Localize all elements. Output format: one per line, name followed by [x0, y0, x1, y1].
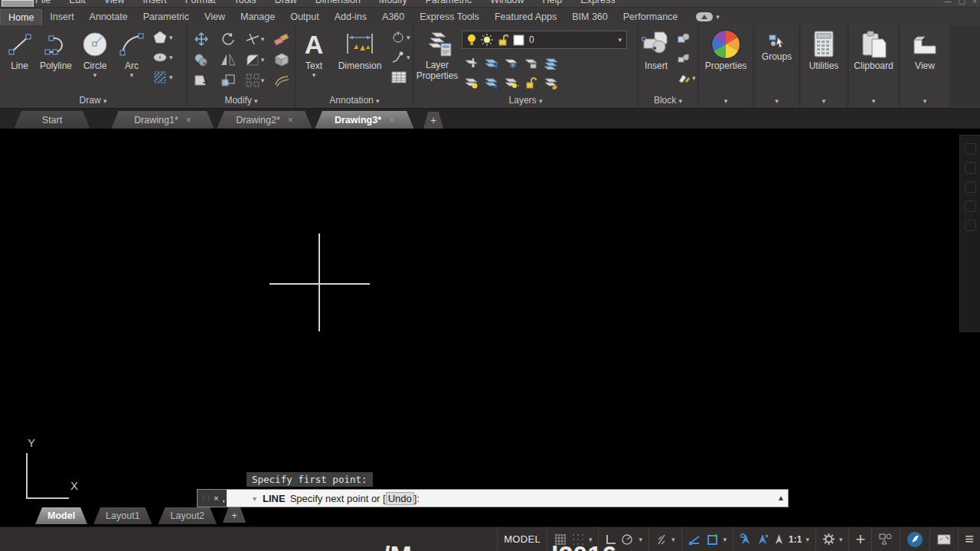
offset-button[interactable]	[273, 73, 290, 88]
recent-commands-icon[interactable]: ▾	[253, 494, 256, 503]
layer-select[interactable]: 0 ▾	[462, 31, 627, 49]
close-icon[interactable]: ×	[288, 115, 293, 126]
restore-icon[interactable]: ▢	[959, 0, 965, 5]
annotation-panel-label[interactable]: Annotation ▾	[296, 95, 413, 106]
menu-window[interactable]: Window	[490, 0, 524, 5]
quick-access-toolbar[interactable]	[2, 0, 34, 8]
customization-menu-button[interactable]: ≡	[958, 527, 980, 551]
chevron-down-icon[interactable]: ▾	[839, 536, 843, 543]
ribbon-tab-a360[interactable]: A360	[374, 9, 412, 24]
annotation-visibility-icon[interactable]	[740, 533, 753, 546]
polygon-button[interactable]: ▾	[152, 29, 173, 46]
ribbon-tab-parametric[interactable]: Parametric	[136, 9, 197, 24]
customization-plus-button[interactable]: +	[848, 527, 871, 551]
scale-button[interactable]	[220, 73, 237, 88]
menu-express[interactable]: Express	[580, 0, 615, 5]
expand-history-icon[interactable]: ▲	[777, 494, 785, 502]
ribbon-tab-manage[interactable]: Manage	[233, 9, 283, 24]
layer-lock-tool-icon[interactable]	[524, 56, 539, 70]
annotation-scale-value[interactable]: 1:1	[789, 534, 802, 545]
layer-isolate-tool-icon[interactable]	[544, 56, 559, 70]
ribbon-tab-annotate[interactable]: Annotate	[82, 9, 136, 24]
layer-thaw-all-tool-icon[interactable]	[504, 76, 519, 90]
new-layout-button[interactable]: +	[223, 507, 246, 523]
fillet-button[interactable]: ▾	[245, 52, 265, 67]
ribbon-tab-express-tools[interactable]: Express Tools	[412, 9, 487, 24]
utilities-button[interactable]: Utilities	[801, 28, 847, 71]
new-drawing-tab-button[interactable]: +	[423, 112, 443, 129]
ribbon-tab-bim360[interactable]: BIM 360	[564, 9, 616, 24]
layout-tab-layout2[interactable]: Layout2	[158, 507, 217, 524]
rotate-button[interactable]	[220, 31, 237, 47]
close-command-line-icon[interactable]: ×	[214, 494, 218, 503]
clipboard-button[interactable]: Clipboard	[849, 28, 898, 71]
minimize-icon[interactable]: —	[944, 0, 952, 5]
layer-unlock-tool-icon[interactable]	[524, 76, 539, 90]
navigation-bar[interactable]	[959, 135, 980, 332]
move-button[interactable]	[193, 31, 210, 47]
menu-draw[interactable]: Draw	[275, 0, 297, 5]
autoscale-icon[interactable]	[756, 533, 769, 546]
text-button[interactable]: A Text ▾	[298, 28, 330, 79]
graphics-performance-icon[interactable]	[906, 531, 923, 548]
array-button[interactable]: ▾	[245, 73, 265, 88]
file-tab-start[interactable]: Start	[14, 111, 90, 129]
ribbon-tab-addins[interactable]: Add-ins	[327, 9, 374, 24]
file-tab-drawing3[interactable]: Drawing3*×	[315, 111, 414, 129]
chevron-down-icon[interactable]: ▾	[805, 536, 809, 543]
layout-tab-layout1[interactable]: Layout1	[93, 507, 152, 524]
menu-format[interactable]: Format	[185, 0, 216, 5]
ribbon-tab-featured-apps[interactable]: Featured Apps	[487, 9, 564, 24]
ribbon-tab-view[interactable]: View	[197, 9, 233, 24]
close-icon[interactable]: ×	[389, 115, 394, 126]
hatch-button[interactable]: ▾	[152, 69, 173, 86]
menu-help[interactable]: Help	[543, 0, 563, 5]
block-editor-button[interactable]: ▾	[677, 70, 696, 86]
arc-button[interactable]: Arc ▾	[114, 28, 149, 79]
trim-button[interactable]: ▾	[245, 31, 265, 47]
leader-button[interactable]: ▾	[391, 49, 410, 66]
table-button[interactable]	[391, 69, 410, 86]
connect-cloud-button[interactable]: ▾	[696, 12, 720, 21]
isolate-objects-icon[interactable]	[878, 533, 893, 546]
centerline-button[interactable]: ▾	[391, 29, 410, 46]
layer-settings-tool-icon[interactable]	[544, 76, 559, 90]
erase-button[interactable]	[273, 31, 290, 47]
menu-parametric[interactable]: Parametric	[426, 0, 472, 5]
mirror-button[interactable]	[220, 52, 237, 67]
menu-tools[interactable]: Tools	[234, 0, 256, 5]
ribbon-tab-output[interactable]: Output	[283, 9, 327, 24]
properties-panel-label[interactable]: ▾	[699, 95, 753, 106]
groups-button[interactable]: Groups	[755, 31, 799, 62]
groups-panel-label[interactable]: ▾	[755, 95, 799, 106]
layer-off-tool-icon[interactable]	[464, 56, 479, 70]
layer-bulb-tool-icon[interactable]	[464, 76, 479, 90]
drag-grip-icon[interactable]: ⋮⋮	[200, 494, 211, 502]
layer-prev-tool-icon[interactable]	[484, 76, 499, 90]
define-attributes-button[interactable]	[677, 50, 696, 67]
utilities-panel-label[interactable]: ▾	[801, 95, 847, 106]
insert-button[interactable]: Insert	[639, 28, 674, 71]
ellipse-button[interactable]: ▾	[152, 49, 173, 66]
model-space-toggle[interactable]: MODEL	[497, 527, 547, 551]
close-icon[interactable]: ×	[186, 115, 191, 126]
menu-insert[interactable]: Insert	[143, 0, 167, 5]
layout-tab-model[interactable]: Model	[35, 507, 87, 524]
clipboard-panel-label[interactable]: ▾	[849, 95, 898, 106]
annotation-scale-icon[interactable]	[773, 533, 785, 546]
command-line-handle[interactable]: ⋮⋮ ×	[198, 490, 227, 507]
properties-button[interactable]: Properties	[699, 28, 753, 71]
layers-panel-label[interactable]: Layers ▾	[414, 95, 637, 106]
draw-panel-label[interactable]: Draw ▾	[0, 95, 186, 106]
drawing-canvas[interactable]: Y X Specify first point: ⋮⋮ × ▾ LINE Spe…	[0, 129, 980, 527]
block-panel-label[interactable]: Block ▾	[639, 95, 697, 106]
layer-properties-button[interactable]: Layer Properties	[414, 28, 460, 82]
chevron-down-icon[interactable]: ▾	[671, 536, 675, 543]
modify-panel-label[interactable]: Modify ▾	[188, 95, 295, 106]
ribbon-tab-home[interactable]: Home	[0, 9, 42, 25]
customize-wrench-icon[interactable]	[221, 494, 224, 504]
gear-icon[interactable]	[822, 533, 835, 546]
polar-tracking-icon[interactable]	[621, 533, 635, 546]
command-input[interactable]: ▾ LINE Specify next point or [Undo]: ▲	[227, 490, 788, 507]
isometric-drafting-icon[interactable]	[655, 533, 668, 546]
